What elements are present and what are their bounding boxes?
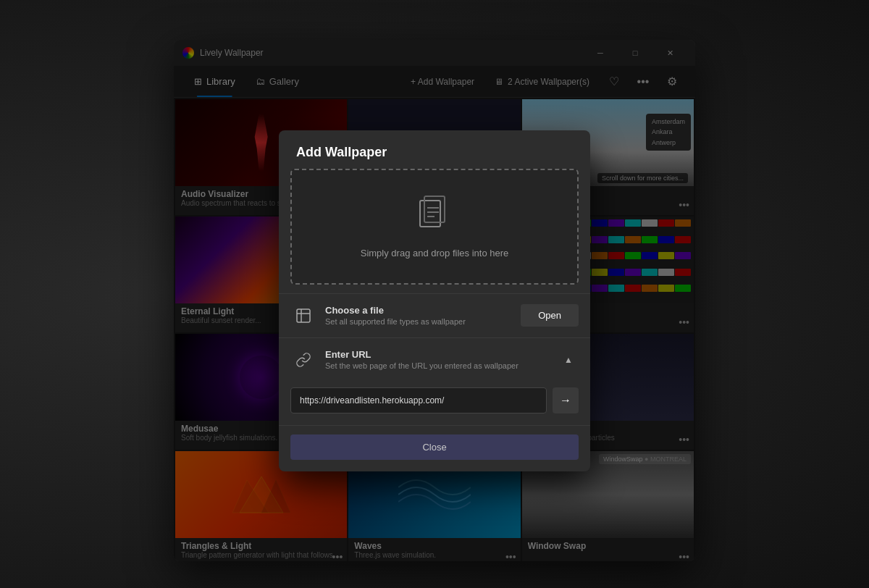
modal-overlay: Add Wallpaper Simply drag and drop files… (174, 40, 695, 561)
url-input-row: → (279, 382, 590, 425)
file-row-left: Choose a file Set all supported file typ… (290, 303, 466, 329)
drop-zone[interactable]: Simply drag and drop files into here (290, 169, 579, 285)
url-row-left: Enter URL Set the web page of the URL yo… (290, 347, 519, 373)
add-wallpaper-dialog: Add Wallpaper Simply drag and drop files… (279, 130, 590, 471)
file-info: Choose a file Set all supported file typ… (325, 305, 466, 326)
link-icon (290, 347, 316, 373)
file-drop-icon (417, 195, 452, 239)
file-icon (290, 303, 316, 329)
url-collapse-button[interactable]: ▲ (558, 350, 579, 370)
enter-url-sub: Set the web page of the URL you entered … (325, 361, 519, 370)
choose-file-label: Choose a file (325, 305, 466, 316)
svg-rect-8 (297, 309, 310, 322)
app-window: Lively Wallpaper ─ □ ✕ ⊞ Library 🗂 Galle… (174, 40, 695, 561)
enter-url-label: Enter URL (325, 349, 519, 360)
dialog-footer: Close (279, 425, 590, 471)
url-row-header: Enter URL Set the web page of the URL yo… (279, 338, 590, 382)
choose-file-row: Choose a file Set all supported file typ… (279, 293, 590, 337)
choose-file-sub: Set all supported file types as wallpape… (325, 317, 466, 326)
url-go-button[interactable]: → (553, 387, 579, 413)
drop-text: Simply drag and drop files into here (361, 248, 509, 259)
url-info: Enter URL Set the web page of the URL yo… (325, 349, 519, 370)
close-dialog-button[interactable]: Close (290, 434, 579, 460)
url-input[interactable] (290, 387, 547, 413)
open-button[interactable]: Open (521, 304, 579, 327)
dialog-title: Add Wallpaper (279, 130, 590, 169)
url-row: Enter URL Set the web page of the URL yo… (279, 337, 590, 425)
